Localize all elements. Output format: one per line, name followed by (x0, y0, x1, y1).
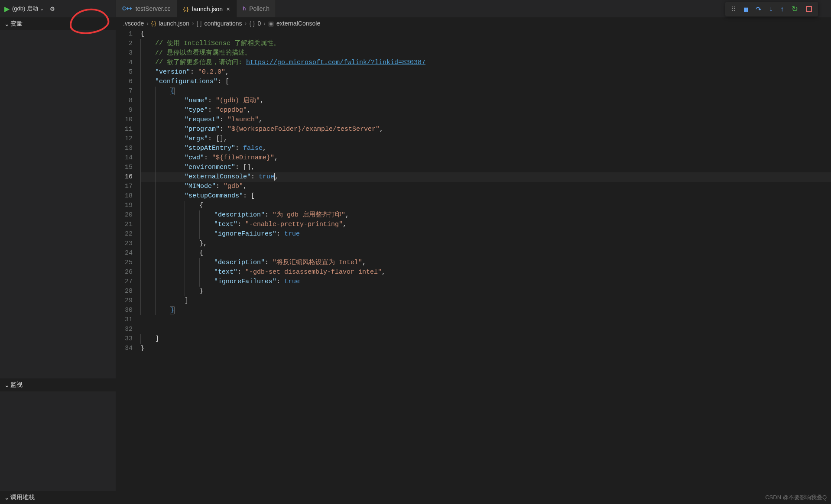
chevron-right-icon: › (263, 20, 266, 27)
code-line[interactable] (140, 315, 831, 325)
grip-icon[interactable]: ⠿ (731, 6, 736, 13)
restart-icon[interactable]: ↻ (792, 4, 798, 14)
code-line[interactable] (140, 325, 831, 334)
line-number: 10 (116, 115, 133, 125)
code-line[interactable]: "program": "${workspaceFolder}/example/t… (140, 125, 831, 134)
panel-watch-label: 监视 (10, 381, 23, 389)
step-over-icon[interactable]: ↷ (756, 5, 761, 13)
panel-variables-body (0, 30, 116, 378)
code-line[interactable]: } (140, 306, 831, 315)
line-number: 7 (116, 87, 133, 96)
breadcrumb[interactable]: .vscode › {.} launch.json › [ ] configur… (116, 17, 831, 29)
code-line[interactable]: "externalConsole": true, (140, 172, 831, 182)
panel-watch[interactable]: ⌄ 监视 (0, 378, 116, 391)
line-number: 24 (116, 249, 133, 258)
code-line[interactable]: "setupCommands": [ (140, 191, 831, 201)
pause-icon[interactable]: ▮▮ (743, 6, 748, 13)
bc-index[interactable]: 0 (258, 20, 261, 27)
line-number: 11 (116, 125, 133, 134)
code-line[interactable]: "version": "0.2.0", (140, 68, 831, 77)
code-line[interactable]: { (140, 29, 831, 39)
gear-icon[interactable]: ⚙ (50, 6, 55, 12)
json-file-icon: {.} (183, 6, 189, 12)
tab-launch-json[interactable]: {.} launch.json × (177, 0, 237, 17)
code-line[interactable]: "name": "(gdb) 启动", (140, 96, 831, 106)
stop-icon[interactable] (806, 6, 812, 12)
code-line[interactable]: "configurations": [ (140, 77, 831, 87)
panel-variables[interactable]: ⌄ 变量 (0, 17, 116, 30)
bc-file[interactable]: launch.json (159, 20, 189, 27)
tab-testserver[interactable]: C++ testServer.cc (116, 0, 177, 17)
code-line[interactable]: "args": [], (140, 134, 831, 144)
line-number: 5 (116, 68, 133, 77)
line-number: 30 (116, 306, 133, 315)
code-line[interactable]: "environment": [], (140, 163, 831, 172)
code-line[interactable]: "request": "launch", (140, 115, 831, 125)
line-number: 12 (116, 134, 133, 144)
debug-toolbar[interactable]: ⠿ ▮▮ ↷ ↓ ↑ ↻ (725, 2, 818, 16)
code-line[interactable]: "ignoreFailures": true (140, 229, 831, 239)
code-line[interactable]: "type": "cppdbg", (140, 106, 831, 115)
step-out-icon[interactable]: ↑ (780, 5, 784, 13)
chevron-right-icon: › (245, 20, 247, 27)
tab-poller-h[interactable]: h Poller.h (237, 0, 276, 17)
code-line[interactable]: } (140, 287, 831, 296)
code-line[interactable]: { (140, 201, 831, 210)
code-line[interactable]: "cwd": "${fileDirname}", (140, 153, 831, 163)
line-number: 34 (116, 344, 133, 353)
code-line[interactable]: { (140, 87, 831, 96)
panel-variables-label: 变量 (10, 20, 23, 28)
panel-callstack-label: 调用堆栈 (10, 494, 35, 501)
tab-label: testServer.cc (136, 5, 171, 12)
code-line[interactable]: "stopAtEntry": false, (140, 144, 831, 153)
code-line[interactable]: // 欲了解更多信息，请访问: https://go.microsoft.com… (140, 58, 831, 68)
code-line[interactable]: "description": "为 gdb 启用整齐打印", (140, 210, 831, 220)
code-line[interactable]: "text": "-enable-pretty-printing", (140, 220, 831, 229)
bc-prop[interactable]: configurations (204, 20, 242, 27)
line-number: 28 (116, 287, 133, 296)
line-number: 18 (116, 191, 133, 201)
json-file-icon: {.} (151, 20, 156, 26)
bc-folder[interactable]: .vscode (123, 20, 144, 27)
chevron-right-icon: › (146, 20, 149, 27)
code-line[interactable]: }, (140, 239, 831, 249)
close-tab-icon[interactable]: × (226, 5, 230, 13)
line-number: 26 (116, 268, 133, 277)
step-into-icon[interactable]: ↓ (769, 5, 773, 13)
line-number: 32 (116, 325, 133, 334)
code-line[interactable]: "MIMode": "gdb", (140, 182, 831, 191)
panel-callstack[interactable]: ⌄ 调用堆栈 (0, 491, 116, 504)
code-line[interactable]: { (140, 249, 831, 258)
line-number: 29 (116, 296, 133, 306)
tab-label: Poller.h (249, 5, 269, 12)
code-line[interactable]: } (140, 344, 831, 353)
source[interactable]: {// 使用 IntelliSense 了解相关属性。// 悬停以查看现有属性的… (140, 29, 831, 504)
gutter: 1234567891011121314151617181920212223242… (116, 29, 140, 504)
code-line[interactable]: "ignoreFailures": true (140, 277, 831, 287)
code-line[interactable]: ] (140, 296, 831, 306)
line-number: 8 (116, 96, 133, 106)
bc-leaf[interactable]: externalConsole (276, 20, 320, 27)
cpp-file-icon: C++ (122, 6, 132, 12)
line-number: 19 (116, 201, 133, 210)
symbol-icon: ▣ (268, 20, 274, 27)
code-line[interactable]: "text": "-gdb-set disassembly-flavor int… (140, 268, 831, 277)
chevron-right-icon: › (192, 20, 194, 27)
panel-watch-body (0, 391, 116, 491)
debug-config-dropdown[interactable]: (gdb) 启动 ⌄ (12, 5, 44, 13)
tabs-row: C++ testServer.cc {.} launch.json × h Po… (116, 0, 831, 17)
code-line[interactable]: // 悬停以查看现有属性的描述。 (140, 48, 831, 58)
code-line[interactable]: ] (140, 334, 831, 344)
object-icon: { } (249, 20, 255, 27)
line-number: 3 (116, 48, 133, 58)
code-line[interactable]: "description": "将反汇编风格设置为 Intel", (140, 258, 831, 268)
line-number: 15 (116, 163, 133, 172)
code-line[interactable]: // 使用 IntelliSense 了解相关属性。 (140, 39, 831, 48)
code-editor[interactable]: 1234567891011121314151617181920212223242… (116, 29, 831, 504)
editor-area: C++ testServer.cc {.} launch.json × h Po… (116, 0, 831, 504)
start-debug-icon[interactable]: ▶ (4, 5, 10, 13)
line-number: 27 (116, 277, 133, 287)
chevron-down-icon: ⌄ (3, 381, 10, 388)
line-number: 22 (116, 229, 133, 239)
line-number: 20 (116, 210, 133, 220)
